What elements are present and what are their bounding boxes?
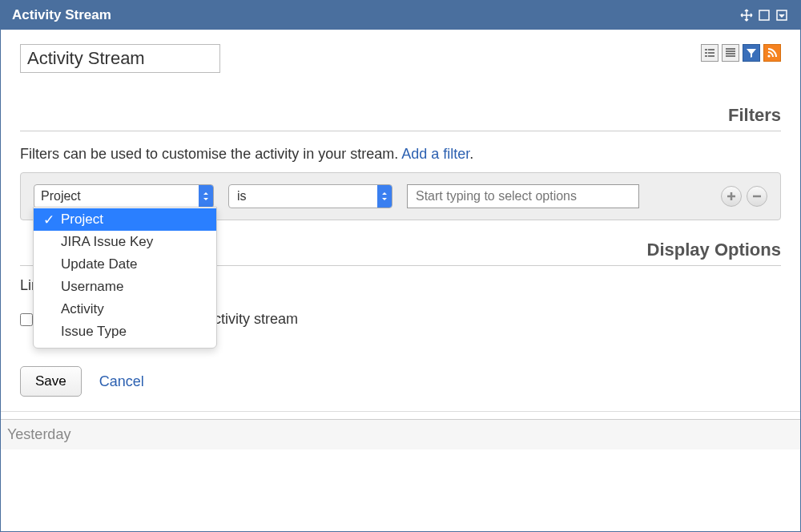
detail-view-icon[interactable] xyxy=(722,44,739,62)
filter-config-icon[interactable] xyxy=(743,44,760,62)
filter-actions xyxy=(721,186,767,207)
separator xyxy=(1,411,800,419)
svg-rect-6 xyxy=(705,55,707,57)
title-row xyxy=(20,44,781,73)
panel-title: Activity Stream xyxy=(12,7,111,23)
filter-field-select[interactable]: Project xyxy=(34,184,214,208)
list-view-icon[interactable] xyxy=(701,44,718,62)
add-filter-button[interactable] xyxy=(721,186,742,207)
chevron-updown-icon xyxy=(199,185,213,208)
dropdown-option-activity[interactable]: Activity xyxy=(34,298,216,320)
move-icon[interactable] xyxy=(739,8,754,22)
svg-rect-2 xyxy=(705,49,707,50)
operator-select-value: is xyxy=(237,189,247,204)
field-dropdown-menu: Project JIRA Issue Key Update Date Usern… xyxy=(33,207,217,349)
remove-filter-button[interactable] xyxy=(747,186,767,207)
field-select-wrap: Project Project JIRA Issue Key Update Da… xyxy=(34,184,214,208)
buttons-row: Save Cancel xyxy=(20,366,781,411)
filters-helper-text: Filters can be used to customise the act… xyxy=(20,146,781,163)
svg-rect-0 xyxy=(759,10,769,20)
svg-point-12 xyxy=(767,54,770,57)
dropdown-option-issue-type[interactable]: Issue Type xyxy=(34,320,216,343)
field-select-value: Project xyxy=(41,189,81,204)
panel-controls xyxy=(739,8,789,22)
filter-row: Project Project JIRA Issue Key Update Da… xyxy=(20,172,781,220)
svg-rect-7 xyxy=(708,55,714,57)
helper-prefix: Filters can be used to customise the act… xyxy=(20,146,401,162)
cancel-link[interactable]: Cancel xyxy=(99,373,144,390)
filters-heading: Filters xyxy=(20,105,781,131)
dropdown-option-update-date[interactable]: Update Date xyxy=(34,253,216,276)
svg-rect-10 xyxy=(726,53,735,54)
auto-refresh-checkbox[interactable] xyxy=(20,313,33,326)
activity-stream-panel: Activity Stream xyxy=(0,0,801,532)
helper-suffix: . xyxy=(469,146,473,162)
panel-header: Activity Stream xyxy=(1,1,800,30)
dropdown-option-username[interactable]: Username xyxy=(34,276,216,298)
rss-icon[interactable] xyxy=(763,44,781,62)
chevron-updown-icon xyxy=(377,185,392,208)
svg-rect-9 xyxy=(726,50,735,52)
dropdown-option-project[interactable]: Project xyxy=(34,208,216,231)
collapse-icon[interactable] xyxy=(775,8,789,22)
svg-rect-4 xyxy=(705,52,707,54)
svg-rect-8 xyxy=(726,48,735,50)
save-button[interactable]: Save xyxy=(20,366,82,397)
add-filter-link[interactable]: Add a filter xyxy=(401,146,469,162)
filter-operator-select[interactable]: is xyxy=(228,184,392,208)
svg-rect-11 xyxy=(726,55,735,57)
svg-rect-3 xyxy=(708,49,714,50)
panel-body: Filters Filters can be used to customise… xyxy=(1,30,800,411)
stream-title-input[interactable] xyxy=(20,44,220,73)
view-toolbar xyxy=(701,44,781,62)
filter-options-input[interactable] xyxy=(407,184,639,208)
maximize-icon[interactable] xyxy=(757,8,771,22)
dropdown-option-jira-issue-key[interactable]: JIRA Issue Key xyxy=(34,231,216,253)
svg-rect-5 xyxy=(708,52,714,54)
history-yesterday-label: Yesterday xyxy=(0,419,801,449)
